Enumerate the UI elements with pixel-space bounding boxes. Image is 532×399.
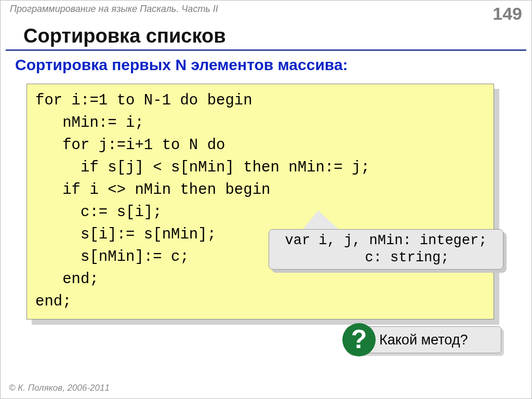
question-mark-icon: ? [342, 323, 376, 356]
code-box: for i:=1 to N-1 do begin nMin:= i; for j… [26, 84, 494, 320]
callout-tail [301, 210, 349, 231]
question-box: Какой метод? ? [347, 326, 502, 355]
slide-subtitle: Сортировка первых N элементов массива: [1, 51, 531, 74]
document-title: Программирование на языке Паскаль. Часть… [10, 4, 218, 15]
callout-body: var i, j, nMin: integer; c: string; [269, 229, 503, 270]
slide-title: Сортировка списков [6, 25, 526, 51]
var-declaration-callout: var i, j, nMin: integer; c: string; [269, 229, 508, 270]
callout-text: var i, j, nMin: integer; c: string; [285, 232, 487, 267]
code-text: for i:=1 to N-1 do begin nMin:= i; for j… [35, 89, 485, 313]
copyright-footer: © К. Поляков, 2006-2011 [9, 383, 110, 393]
slide: Программирование на языке Паскаль. Часть… [0, 0, 532, 399]
question-text: Какой метод? [379, 332, 468, 348]
code-area: for i:=1 to N-1 do begin nMin:= i; for j… [26, 84, 499, 323]
header: Программирование на языке Паскаль. Часть… [1, 1, 531, 24]
page-number: 149 [493, 4, 522, 24]
